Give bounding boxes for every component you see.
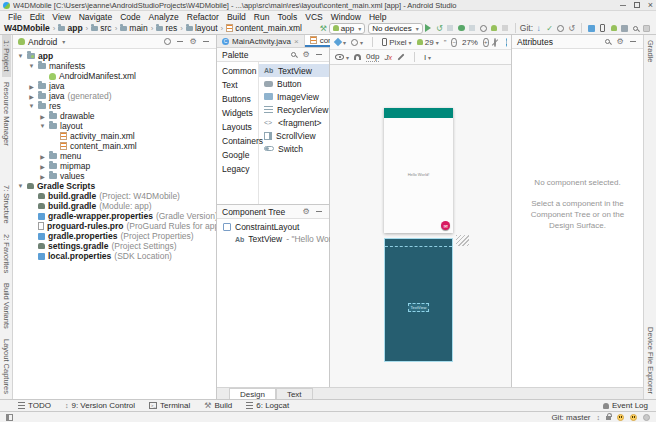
zoom-fit-icon[interactable] [494, 38, 496, 47]
preview-fab-email[interactable]: ✉ [441, 221, 450, 230]
menu-edit[interactable]: Edit [26, 12, 49, 22]
zoom-out-icon[interactable]: − [451, 38, 457, 47]
tree-item-settings-gradle[interactable]: settings.gradle(Project Settings) [13, 241, 216, 251]
locate-file-icon[interactable] [162, 38, 172, 45]
palette-item-scrollview[interactable]: ScrollView [259, 129, 329, 142]
tree-item-activity-main[interactable]: activity_main.xml [13, 131, 216, 141]
tree-item-androidmanifest[interactable]: AndroidManifest.xml [13, 71, 216, 81]
blueprint-textview-chip[interactable]: TextView [408, 303, 430, 312]
locale-selector[interactable]: ” [444, 38, 447, 47]
breadcrumb-project[interactable]: W4DMobile [4, 23, 50, 33]
feedback-smiley-icon-2[interactable] [630, 414, 637, 421]
menu-file[interactable]: File [4, 12, 26, 22]
sync-project-icon[interactable]: ⚒ [318, 23, 329, 34]
breadcrumb-res[interactable]: res [165, 23, 177, 33]
tree-item-java-generated[interactable]: ▶java(generated) [13, 91, 216, 101]
notifications-icon[interactable] [641, 23, 652, 34]
palette-hide-icon[interactable] [314, 54, 324, 55]
zoom-in-icon[interactable]: + [483, 38, 489, 47]
breadcrumb-src[interactable]: src [100, 23, 111, 33]
search-everywhere-icon[interactable] [630, 23, 641, 34]
palette-category-text[interactable]: Text [217, 78, 258, 92]
breadcrumb-main[interactable]: main [129, 23, 147, 33]
tool-stripe-structure[interactable]: 7: Structure [2, 180, 11, 229]
tree-item-build-gradle-project[interactable]: build.gradle(Project: W4DMobile) [13, 191, 216, 201]
attributes-hide-icon[interactable] [628, 41, 638, 42]
tree-item-gradle-wrapper[interactable]: gradle-wrapper.properties(Gradle Version… [13, 211, 216, 221]
tool-stripe-build-variants[interactable]: Build Variants [2, 278, 11, 334]
palette-item-imageview[interactable]: ImageView [259, 90, 329, 103]
sdk-manager-icon[interactable] [619, 23, 630, 34]
feedback-smiley-icon[interactable] [617, 414, 624, 421]
blueprint-preview-device[interactable]: TextView [384, 238, 453, 362]
preview-appbar[interactable] [384, 108, 453, 118]
tool-stripe-layout-captures[interactable]: Layout Captures [2, 334, 11, 399]
git-history-icon[interactable] [555, 23, 566, 34]
tree-item-content-main[interactable]: content_main.xml [13, 141, 216, 151]
palette-category-containers[interactable]: Containers [217, 134, 258, 148]
tool-stripe-favorites[interactable]: 2: Favorites [2, 229, 11, 278]
breadcrumb-layout[interactable]: layout [195, 23, 218, 33]
toolwindow-terminal[interactable]: >_Terminal [149, 401, 190, 410]
tree-item-drawable[interactable]: ▶drawable [13, 111, 216, 121]
profiler-button[interactable] [478, 23, 489, 34]
tree-item-manifests[interactable]: ▼manifests [13, 61, 216, 71]
guideline-selector[interactable]: I▾ [424, 53, 431, 62]
menu-tools[interactable]: Tools [273, 12, 301, 22]
tree-item-gradle-scripts[interactable]: ▼Gradle Scripts [13, 181, 216, 191]
expand-arrow[interactable]: ▼ [28, 63, 35, 69]
toolwindow-todo[interactable]: TODO [18, 401, 51, 410]
palette-item-switch[interactable]: Switch [259, 142, 329, 155]
palette-item-textview[interactable]: AbTextView [259, 64, 329, 77]
tool-stripe-gradle[interactable]: Gradle [646, 35, 655, 68]
expand-arrow[interactable]: ▼ [17, 183, 24, 189]
tree-item-layout[interactable]: ▼layout [13, 121, 216, 131]
tree-item-proguard-rules[interactable]: proguard-rules.pro(ProGuard Rules for ap… [13, 221, 216, 231]
palette-category-buttons[interactable]: Buttons [217, 92, 258, 106]
panel-settings-icon[interactable]: ⚙ [188, 38, 198, 46]
tree-item-gradle-properties[interactable]: gradle.properties(Project Properties) [13, 231, 216, 241]
design-mode-selector[interactable]: ▾ [335, 39, 346, 46]
avd-manager-icon[interactable] [608, 23, 619, 34]
tool-stripe-device-file-explorer[interactable]: Device File Explorer [646, 322, 655, 399]
device-in-editor-selector[interactable]: Pixel▾ [382, 38, 412, 47]
git-branch-label[interactable]: Git: master [551, 413, 590, 422]
attributes-search-icon[interactable] [602, 39, 612, 44]
expand-arrow[interactable]: ▼ [17, 53, 24, 59]
git-update-icon[interactable]: ↓ [533, 23, 544, 34]
breadcrumb-file[interactable]: content_main.xml [235, 23, 302, 33]
close-window-icon[interactable]: × [648, 1, 653, 10]
infer-constraints-wand-icon[interactable] [397, 53, 404, 60]
run-configuration-selector[interactable]: app ▾ [329, 23, 365, 34]
palette-item-fragment[interactable]: <><fragment> [259, 116, 329, 129]
toolwindow-logcat[interactable]: 6: Logcat [246, 401, 289, 410]
palette-settings-icon[interactable]: ⚙ [301, 51, 311, 59]
tool-stripe-resource-manager[interactable]: Resource Manager [2, 77, 11, 151]
palette-category-google[interactable]: Google [217, 148, 258, 162]
menu-code[interactable]: Code [116, 12, 144, 22]
toolwindow-build[interactable]: ⚒Build [204, 401, 232, 410]
tool-stripe-project[interactable]: 1: Project [2, 35, 11, 77]
breadcrumb-app[interactable]: app [67, 23, 82, 33]
component-tree-settings-icon[interactable]: ⚙ [301, 208, 311, 216]
issues-indicator-icon[interactable]: i [506, 38, 507, 47]
layout-inspector-icon[interactable] [586, 23, 597, 34]
blueprint-appbar[interactable] [385, 239, 452, 247]
palette-category-layouts[interactable]: Layouts [217, 120, 258, 134]
menu-vcs[interactable]: VCS [301, 12, 326, 22]
tree-item-build-gradle-module[interactable]: build.gradle(Module: app) [13, 201, 216, 211]
profile-app-icon[interactable] [489, 23, 500, 34]
palette-category-widgets[interactable]: Widgets [217, 106, 258, 120]
expand-arrow[interactable]: ▼ [28, 103, 35, 109]
autoconnect-magnet-icon[interactable] [354, 54, 361, 60]
debug-button[interactable] [456, 23, 467, 34]
run-button[interactable] [423, 23, 434, 34]
expand-arrow[interactable]: ▶ [39, 113, 46, 120]
clear-constraints-button[interactable]: Jx [384, 53, 392, 62]
toolwindow-event-log[interactable]: Event Log [603, 401, 648, 410]
design-canvas[interactable]: Hello World! ✉ TextView [330, 65, 511, 387]
view-options-selector[interactable]: ▾ [335, 54, 349, 61]
toolwindow-version-control[interactable]: ↕9: Version Control [65, 401, 135, 410]
git-rollback-icon[interactable]: ↺ [566, 23, 577, 34]
menu-analyze[interactable]: Analyze [145, 12, 183, 22]
